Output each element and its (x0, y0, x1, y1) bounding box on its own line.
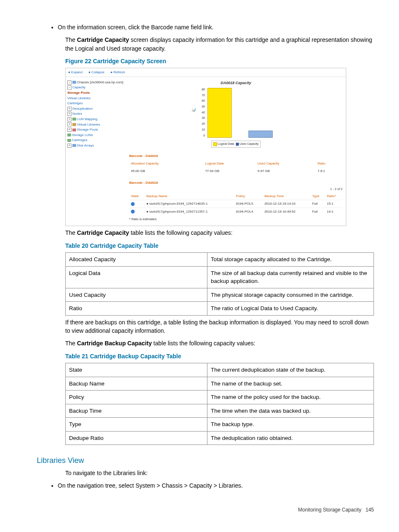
cell: The name of the policy used for the back… (207, 391, 374, 404)
tree-label: Virtual Libraries (77, 123, 100, 126)
cell: State (66, 363, 207, 377)
table-row: Logical DataThe size of all backup data … (66, 266, 374, 288)
cell: 2010-12-18 16:49:52 (263, 208, 310, 216)
nav-tree[interactable]: −Chassis [vls300n0.usa.hp.com] −Capacity… (66, 77, 127, 226)
section-heading: Libraries View (37, 455, 374, 466)
status-dot-icon (131, 210, 135, 213)
tree-label: Storage Pools (67, 91, 90, 95)
figure-caption: Figure 22 Cartridge Capacity Screen (65, 57, 374, 65)
tree-node[interactable]: +Virtual Libraries (67, 122, 125, 127)
screenshot-figure: ● Expand ● Collapse ● Refresh −Chassis [… (65, 68, 346, 226)
col-header: Policy (234, 193, 263, 200)
swatch-icon (236, 143, 239, 146)
col-header: Allocated Capacity (129, 160, 203, 167)
backup-table: State Backup Name Policy Backup Time Typ… (129, 193, 343, 216)
bullet-item: On the navigation tree, select System > … (58, 481, 374, 490)
table-row: PolicyThe name of the policy used for th… (66, 391, 374, 404)
tree-node[interactable]: Storage LUNs (67, 133, 125, 138)
tree-label: Storage Pools (77, 128, 98, 131)
bullet-list: On the navigation tree, select System > … (37, 481, 374, 490)
cell: 77.94 GB (203, 167, 256, 175)
tree-label: Nodes (72, 112, 82, 116)
capacity-summary-table: Allocated Capacity Logical Data Used Cap… (129, 160, 343, 175)
expand-label: Expand (71, 70, 82, 74)
backup-name-link[interactable]: ● ssdcl417grhpcom-8194_1292714635-1 (145, 200, 234, 208)
table-row[interactable]: ● ssdcl417grhpcom-8194_1292711357-1 8194… (129, 208, 343, 216)
expand-link[interactable]: ● Expand (68, 70, 85, 74)
text: The (65, 340, 77, 347)
tree-node[interactable]: Cartridges (67, 101, 125, 106)
col-header: Backup Time (263, 193, 310, 200)
tree-node[interactable]: +Disk Arrays (67, 143, 125, 148)
col-header: State (129, 193, 145, 200)
footnote: * Ratio is estimated. (129, 217, 343, 222)
tree-label: Virtual Libraries (67, 96, 90, 100)
table-20: Allocated CapacityTotal storage capacity… (65, 252, 374, 316)
table-row: Allocated CapacityTotal storage capacity… (66, 253, 374, 267)
tree-label: Capacity (72, 85, 85, 89)
tree-label: Disk Arrays (77, 144, 94, 147)
tree-node[interactable]: Virtual Libraries (67, 96, 125, 101)
chart-area: DA0018 Capacity 📊 80706050403020100 Logi… (129, 80, 343, 148)
legend-label: Logical Data (218, 142, 234, 145)
table-row: Backup NameThe name of the backup set. (66, 377, 374, 391)
tree-node[interactable]: +LUN Mapping (67, 117, 125, 122)
cell: Policy (66, 391, 207, 404)
tree-label: Chassis [vls300n0.usa.hp.com] (77, 80, 123, 84)
screenshot-main: DA0018 Capacity 📊 80706050403020100 Logi… (127, 77, 346, 226)
text: table lists the following capacity value… (129, 229, 233, 236)
bold-text: Cartridge Capacity (77, 229, 129, 236)
y-tick-labels: 80706050403020100 (198, 87, 205, 138)
collapse-label: Collapse (92, 70, 105, 74)
page-footer: Monitoring Storage Capacity 145 (37, 506, 374, 514)
tree-label: Cartridges (72, 138, 87, 142)
y-axis-label: 📊 (192, 108, 196, 113)
cell: 8194-POL4 (234, 208, 263, 216)
col-header: Logical Data (203, 160, 256, 167)
paragraph: The Cartridge Backup Capacity table list… (65, 339, 374, 347)
text: The (65, 36, 77, 43)
table-row[interactable]: ● ssdcl417grhpcom-8194_1292714635-1 8194… (129, 200, 343, 208)
chart-bars (207, 87, 274, 138)
tree-node[interactable]: Cartridges (67, 138, 125, 143)
cell: The ratio of Logical Data to Used Capaci… (207, 302, 374, 316)
table-21: StateThe current deduplication state of … (65, 363, 374, 445)
cell: Used Capacity (66, 288, 207, 302)
table-row: Backup TimeThe time when the data was ba… (66, 404, 374, 418)
section-subhead: Barcode - DA0018 (129, 154, 343, 159)
tree-label: Storage LUNs (72, 133, 93, 137)
tree-label: LUN Mapping (77, 117, 97, 121)
tree-label: Cartridges (67, 101, 83, 105)
cell: Ratio (66, 302, 207, 316)
col-header: Type (310, 193, 325, 200)
refresh-link[interactable]: ● Refresh (110, 70, 128, 74)
cell: Backup Name (66, 377, 207, 391)
bold-text: Cartridge Backup Capacity (77, 340, 152, 347)
tree-node[interactable]: −Capacity (67, 85, 125, 90)
chart-title: DA0018 Capacity (129, 80, 343, 86)
cell: The size of all backup data currently re… (207, 266, 374, 288)
cell: Logical Data (66, 266, 207, 288)
cell: 14:1 (325, 208, 343, 216)
footer-label: Monitoring Storage Capacity (298, 507, 361, 513)
bullet-item: On the information screen, click the Bar… (58, 23, 374, 31)
tree-node[interactable]: +Nodes (67, 111, 125, 116)
cell: Type (66, 418, 207, 432)
text: The (65, 229, 77, 236)
cell: The physical storage capacity consumed i… (207, 288, 374, 302)
tree-node[interactable]: −Chassis [vls300n0.usa.hp.com] (67, 80, 125, 85)
cell: Full (310, 200, 325, 208)
tree-node[interactable]: +Storage Pools (67, 127, 125, 132)
cell: Full (310, 208, 325, 216)
backup-name-link[interactable]: ● ssdcl417grhpcom-8194_1292711357-1 (145, 208, 234, 216)
cell: Total storage capacity allocated to the … (207, 253, 374, 267)
collapse-link[interactable]: ● Collapse (88, 70, 107, 74)
swatch-icon (213, 142, 217, 146)
paragraph: To navigate to the Libraries link: (65, 469, 374, 477)
tree-node-selected[interactable]: Storage Pools (67, 90, 125, 95)
paragraph: If there are backups on this cartridge, … (65, 318, 374, 335)
col-header: Backup Name (145, 193, 234, 200)
cell: The backup type. (207, 418, 374, 432)
tree-node[interactable]: +Deduplication (67, 106, 125, 111)
col-header: Ratio* (325, 193, 343, 200)
